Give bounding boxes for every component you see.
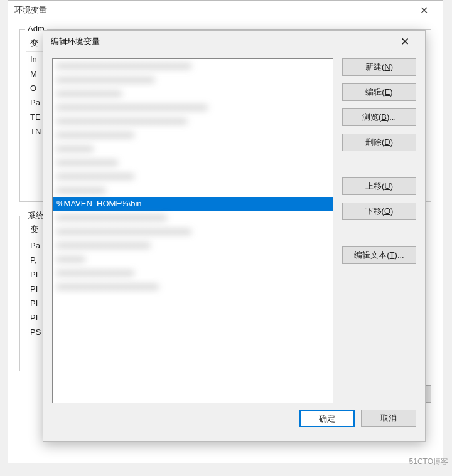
list-item[interactable]: xxxxxxxxxxxx <box>53 183 333 197</box>
watermark: 51CTO博客 <box>409 457 448 467</box>
window-title: 环境变量 <box>14 4 47 16</box>
move-down-button[interactable]: 下移(O) <box>342 203 416 220</box>
list-item[interactable]: xxxxxxxxxxxxxxx <box>53 156 333 169</box>
list-item[interactable]: xxxxxxxxxxxxxxxxxxxxxxxxxxxxxxxxx <box>53 225 333 238</box>
browse-button[interactable]: 浏览(B)... <box>342 108 416 126</box>
dialog-title: 编辑环境变量 <box>51 36 100 47</box>
delete-button[interactable]: 删除(D) <box>342 134 416 151</box>
edit-button[interactable]: 编辑(E) <box>342 83 416 101</box>
move-up-button[interactable]: 上移(U) <box>342 177 416 195</box>
list-item-selected[interactable]: %MAVEN_HOME%\bin <box>53 197 333 211</box>
close-icon[interactable]: ✕ <box>392 35 417 48</box>
list-item[interactable]: xxxxxxxxxxxxxxxxxxxxxxxxxxx <box>53 211 333 225</box>
list-item[interactable]: xxxxxxxxxxxxxxxxxxx <box>53 266 333 280</box>
list-item[interactable]: xxxxxxxxxxxxxxxxxxxxxxx <box>53 238 333 252</box>
dialog-footer: 确定 取消 <box>43 403 425 436</box>
path-list[interactable]: xxxxxxxxxxxxxxxxxxxxxxxxxxxxxxxxx xxxxxx… <box>52 58 333 403</box>
edit-text-button[interactable]: 编辑文本(T)... <box>342 246 416 264</box>
dialog-body: xxxxxxxxxxxxxxxxxxxxxxxxxxxxxxxxx xxxxxx… <box>43 52 425 403</box>
list-item[interactable]: xxxxxxxxxxxxxxxxxxxxxxxx <box>53 73 333 87</box>
list-item[interactable]: xxxxxxxxx <box>53 142 333 156</box>
cancel-button[interactable]: 取消 <box>361 410 416 427</box>
list-item[interactable]: xxxxxxxxxxxxxxxx <box>53 87 333 100</box>
new-button[interactable]: 新建(N) <box>342 58 416 76</box>
list-item[interactable]: xxxxxxx <box>53 252 333 266</box>
edit-env-var-dialog: 编辑环境变量 ✕ xxxxxxxxxxxxxxxxxxxxxxxxxxxxxxx… <box>43 30 426 442</box>
close-icon[interactable]: ✕ <box>411 4 436 16</box>
list-item[interactable]: xxxxxxxxxxxxxxxxxxx <box>53 128 333 142</box>
ok-button[interactable]: 确定 <box>299 410 355 427</box>
side-buttons: 新建(N) 编辑(E) 浏览(B)... 删除(D) 上移(U) 下移(O) 编… <box>342 58 416 403</box>
dialog-titlebar: 编辑环境变量 ✕ <box>43 31 425 52</box>
list-item[interactable]: xxxxxxxxxxxxxxxxxxxxxxxxxxxxxxxxx <box>53 59 333 73</box>
list-item[interactable]: xxxxxxxxxxxxxxxxxxxxxxxxxxxxxxxx <box>53 114 333 128</box>
titlebar: 环境变量 ✕ <box>8 1 443 19</box>
list-item[interactable]: xxxxxxxxxxxxxxxxxxxxxxxxx <box>53 280 333 294</box>
list-item[interactable]: xxxxxxxxxxxxxxxxxxxxxxxxxxxxxxxxxxxxx <box>53 100 333 114</box>
list-item[interactable]: xxxxxxxxxxxxxxxxxxx <box>53 169 333 183</box>
